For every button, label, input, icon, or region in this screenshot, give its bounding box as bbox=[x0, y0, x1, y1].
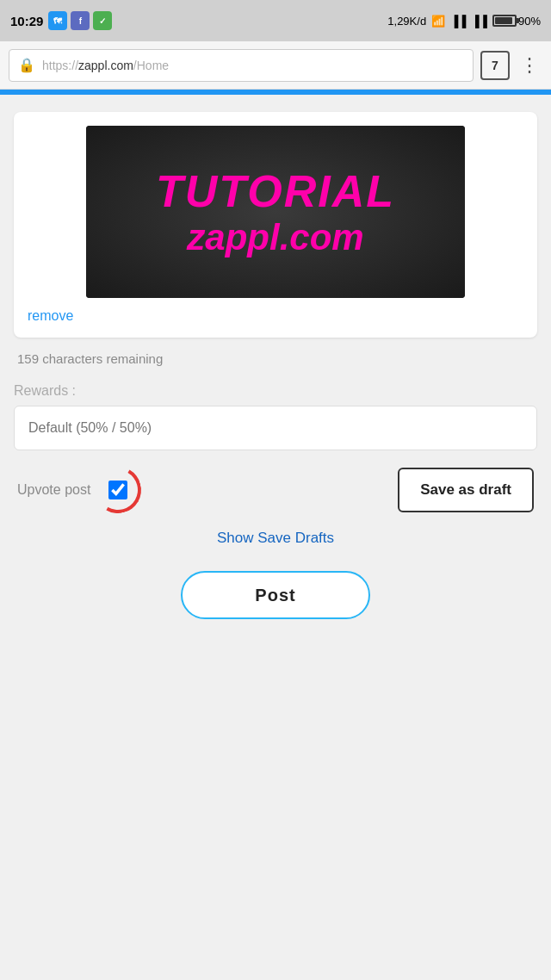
tutorial-line1: TUTORIAL bbox=[156, 165, 395, 217]
image-card: TUTORIAL zappl.com remove bbox=[14, 112, 537, 338]
url-path: /Home bbox=[133, 59, 169, 72]
wifi-icon: 📶 bbox=[431, 15, 445, 28]
rewards-input[interactable] bbox=[14, 406, 537, 450]
upvote-label: Upvote post bbox=[17, 482, 90, 498]
url-text: https://zappl.com/Home bbox=[42, 59, 169, 72]
browser-bar: 🔒 https://zappl.com/Home 7 ⋮ bbox=[0, 41, 551, 90]
tab-count-label: 7 bbox=[492, 59, 498, 72]
upvote-checkbox-wrapper bbox=[97, 469, 139, 511]
more-menu-button[interactable]: ⋮ bbox=[517, 54, 542, 77]
remove-link[interactable]: remove bbox=[28, 308, 73, 324]
app-icon-3: ✓ bbox=[93, 11, 112, 30]
status-right: 1,29K/d 📶 ▐▐ ▐▐ 90% bbox=[387, 15, 541, 28]
show-drafts-link[interactable]: Show Save Drafts bbox=[217, 530, 334, 546]
post-button-wrapper: Post bbox=[14, 571, 537, 619]
upvote-section: Upvote post bbox=[17, 469, 139, 511]
lock-icon: 🔒 bbox=[18, 57, 35, 73]
show-drafts-section: Show Save Drafts bbox=[14, 530, 537, 547]
app-icon-maps: 🗺 bbox=[48, 11, 67, 30]
url-protocol: https:// bbox=[42, 59, 78, 72]
tutorial-line2: zappl.com bbox=[187, 217, 363, 258]
main-content: TUTORIAL zappl.com remove 159 characters… bbox=[0, 95, 551, 980]
bottom-row: Upvote post Save as draft bbox=[14, 468, 537, 512]
url-domain: zappl.com bbox=[78, 59, 133, 72]
data-speed: 1,29K/d bbox=[387, 15, 426, 28]
status-left: 10:29 🗺 f ✓ bbox=[10, 11, 112, 30]
signal-icon-2: ▐▐ bbox=[472, 15, 487, 28]
tutorial-image: TUTORIAL zappl.com bbox=[86, 126, 465, 298]
status-bar: 10:29 🗺 f ✓ 1,29K/d 📶 ▐▐ ▐▐ 90% bbox=[0, 0, 551, 41]
rewards-label: Rewards : bbox=[14, 383, 537, 399]
status-time: 10:29 bbox=[10, 14, 43, 28]
signal-icon: ▐▐ bbox=[450, 15, 466, 28]
chars-remaining: 159 characters remaining bbox=[14, 351, 537, 366]
save-draft-button[interactable]: Save as draft bbox=[398, 468, 534, 512]
status-app-icons: 🗺 f ✓ bbox=[48, 11, 112, 30]
app-icon-2: f bbox=[71, 11, 90, 30]
upvote-checkbox[interactable] bbox=[108, 481, 127, 499]
url-bar[interactable]: 🔒 https://zappl.com/Home bbox=[9, 49, 474, 82]
post-button[interactable]: Post bbox=[181, 571, 370, 619]
battery-indicator: 90% bbox=[492, 15, 541, 28]
battery-percent: 90% bbox=[518, 15, 541, 28]
tab-count-button[interactable]: 7 bbox=[480, 51, 510, 80]
